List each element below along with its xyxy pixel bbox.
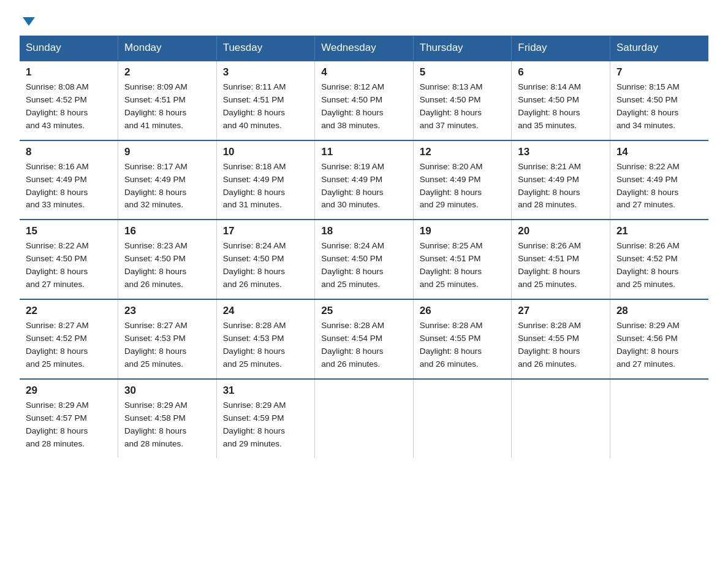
day-number: 25 (321, 305, 407, 317)
day-info: Sunrise: 8:22 AMSunset: 4:49 PMDaylight:… (616, 161, 702, 212)
day-info: Sunrise: 8:14 AMSunset: 4:50 PMDaylight:… (518, 81, 604, 132)
weekday-header-wednesday: Wednesday (315, 36, 414, 61)
calendar-week-row: 15Sunrise: 8:22 AMSunset: 4:50 PMDayligh… (20, 220, 708, 299)
calendar-header: SundayMondayTuesdayWednesdayThursdayFrid… (20, 36, 708, 61)
calendar-cell: 26Sunrise: 8:28 AMSunset: 4:55 PMDayligh… (413, 299, 512, 379)
day-info: Sunrise: 8:21 AMSunset: 4:49 PMDaylight:… (518, 161, 604, 212)
day-info: Sunrise: 8:13 AMSunset: 4:50 PMDaylight:… (420, 81, 506, 132)
day-info: Sunrise: 8:29 AMSunset: 4:56 PMDaylight:… (616, 320, 702, 371)
weekday-header-thursday: Thursday (413, 36, 512, 61)
calendar-cell: 9Sunrise: 8:17 AMSunset: 4:49 PMDaylight… (118, 140, 217, 220)
calendar-week-row: 1Sunrise: 8:08 AMSunset: 4:52 PMDaylight… (20, 61, 708, 140)
day-info: Sunrise: 8:16 AMSunset: 4:49 PMDaylight:… (26, 161, 112, 212)
day-info: Sunrise: 8:28 AMSunset: 4:55 PMDaylight:… (518, 320, 604, 371)
day-number: 28 (616, 305, 702, 317)
calendar-cell: 10Sunrise: 8:18 AMSunset: 4:49 PMDayligh… (216, 140, 315, 220)
logo-general (20, 15, 35, 26)
calendar-cell: 4Sunrise: 8:12 AMSunset: 4:50 PMDaylight… (315, 61, 414, 140)
day-number: 29 (26, 385, 112, 397)
calendar-cell: 6Sunrise: 8:14 AMSunset: 4:50 PMDaylight… (512, 61, 610, 140)
day-info: Sunrise: 8:17 AMSunset: 4:49 PMDaylight:… (124, 161, 210, 212)
calendar-cell: 7Sunrise: 8:15 AMSunset: 4:50 PMDaylight… (610, 61, 708, 140)
day-number: 2 (124, 66, 210, 79)
calendar-body: 1Sunrise: 8:08 AMSunset: 4:52 PMDaylight… (20, 61, 708, 458)
day-info: Sunrise: 8:29 AMSunset: 4:57 PMDaylight:… (26, 399, 112, 451)
day-number: 19 (420, 225, 506, 237)
calendar-week-row: 29Sunrise: 8:29 AMSunset: 4:57 PMDayligh… (20, 379, 708, 458)
calendar-cell (413, 379, 512, 458)
day-number: 15 (26, 225, 112, 237)
calendar-cell: 13Sunrise: 8:21 AMSunset: 4:49 PMDayligh… (512, 140, 610, 220)
calendar-cell: 12Sunrise: 8:20 AMSunset: 4:49 PMDayligh… (413, 140, 512, 220)
day-number: 13 (518, 146, 604, 158)
calendar-cell: 15Sunrise: 8:22 AMSunset: 4:50 PMDayligh… (20, 220, 118, 299)
calendar-cell: 5Sunrise: 8:13 AMSunset: 4:50 PMDaylight… (413, 61, 512, 140)
day-number: 26 (420, 305, 506, 317)
calendar-cell: 27Sunrise: 8:28 AMSunset: 4:55 PMDayligh… (512, 299, 610, 379)
calendar-cell: 21Sunrise: 8:26 AMSunset: 4:52 PMDayligh… (610, 220, 708, 299)
calendar-cell (512, 379, 610, 458)
day-number: 9 (124, 146, 210, 158)
day-info: Sunrise: 8:24 AMSunset: 4:50 PMDaylight:… (321, 240, 407, 291)
day-info: Sunrise: 8:23 AMSunset: 4:50 PMDaylight:… (124, 240, 210, 291)
day-number: 8 (26, 146, 112, 158)
day-number: 12 (420, 146, 506, 158)
calendar-cell: 28Sunrise: 8:29 AMSunset: 4:56 PMDayligh… (610, 299, 708, 379)
day-number: 17 (223, 225, 309, 237)
calendar-cell: 29Sunrise: 8:29 AMSunset: 4:57 PMDayligh… (20, 379, 118, 458)
calendar-cell: 1Sunrise: 8:08 AMSunset: 4:52 PMDaylight… (20, 61, 118, 140)
day-info: Sunrise: 8:18 AMSunset: 4:49 PMDaylight:… (223, 161, 309, 212)
calendar-cell: 19Sunrise: 8:25 AMSunset: 4:51 PMDayligh… (413, 220, 512, 299)
calendar-table: SundayMondayTuesdayWednesdayThursdayFrid… (20, 36, 708, 458)
calendar-cell: 2Sunrise: 8:09 AMSunset: 4:51 PMDaylight… (118, 61, 217, 140)
calendar-cell (610, 379, 708, 458)
calendar-cell: 3Sunrise: 8:11 AMSunset: 4:51 PMDaylight… (216, 61, 315, 140)
day-info: Sunrise: 8:25 AMSunset: 4:51 PMDaylight:… (420, 240, 506, 291)
day-number: 22 (26, 305, 112, 317)
day-number: 4 (321, 66, 407, 79)
day-info: Sunrise: 8:28 AMSunset: 4:55 PMDaylight:… (420, 320, 506, 371)
calendar-cell: 14Sunrise: 8:22 AMSunset: 4:49 PMDayligh… (610, 140, 708, 220)
day-info: Sunrise: 8:22 AMSunset: 4:50 PMDaylight:… (26, 240, 112, 291)
day-info: Sunrise: 8:08 AMSunset: 4:52 PMDaylight:… (26, 81, 112, 132)
day-info: Sunrise: 8:11 AMSunset: 4:51 PMDaylight:… (223, 81, 309, 132)
calendar-week-row: 22Sunrise: 8:27 AMSunset: 4:52 PMDayligh… (20, 299, 708, 379)
logo-arrow-icon (23, 17, 35, 26)
calendar-cell: 16Sunrise: 8:23 AMSunset: 4:50 PMDayligh… (118, 220, 217, 299)
day-number: 21 (616, 225, 702, 237)
day-info: Sunrise: 8:29 AMSunset: 4:58 PMDaylight:… (124, 399, 210, 451)
day-number: 14 (616, 146, 702, 158)
day-number: 1 (26, 66, 112, 79)
day-number: 16 (124, 225, 210, 237)
day-info: Sunrise: 8:27 AMSunset: 4:52 PMDaylight:… (26, 320, 112, 371)
page-header (20, 15, 708, 23)
day-info: Sunrise: 8:27 AMSunset: 4:53 PMDaylight:… (124, 320, 210, 371)
calendar-cell: 20Sunrise: 8:26 AMSunset: 4:51 PMDayligh… (512, 220, 610, 299)
day-number: 3 (223, 66, 309, 79)
logo (20, 15, 35, 23)
day-number: 23 (124, 305, 210, 317)
day-info: Sunrise: 8:24 AMSunset: 4:50 PMDaylight:… (223, 240, 309, 291)
day-number: 30 (124, 385, 210, 397)
weekday-header-friday: Friday (512, 36, 610, 61)
weekday-header-tuesday: Tuesday (216, 36, 315, 61)
day-number: 10 (223, 146, 309, 158)
calendar-cell: 22Sunrise: 8:27 AMSunset: 4:52 PMDayligh… (20, 299, 118, 379)
calendar-cell: 17Sunrise: 8:24 AMSunset: 4:50 PMDayligh… (216, 220, 315, 299)
calendar-cell (315, 379, 414, 458)
calendar-cell: 25Sunrise: 8:28 AMSunset: 4:54 PMDayligh… (315, 299, 414, 379)
calendar-cell: 24Sunrise: 8:28 AMSunset: 4:53 PMDayligh… (216, 299, 315, 379)
day-info: Sunrise: 8:15 AMSunset: 4:50 PMDaylight:… (616, 81, 702, 132)
weekday-header-monday: Monday (118, 36, 217, 61)
calendar-week-row: 8Sunrise: 8:16 AMSunset: 4:49 PMDaylight… (20, 140, 708, 220)
calendar-cell: 31Sunrise: 8:29 AMSunset: 4:59 PMDayligh… (216, 379, 315, 458)
calendar-cell: 8Sunrise: 8:16 AMSunset: 4:49 PMDaylight… (20, 140, 118, 220)
calendar-cell: 11Sunrise: 8:19 AMSunset: 4:49 PMDayligh… (315, 140, 414, 220)
weekday-header-saturday: Saturday (610, 36, 708, 61)
day-number: 11 (321, 146, 407, 158)
day-info: Sunrise: 8:29 AMSunset: 4:59 PMDaylight:… (223, 399, 309, 451)
weekday-header-row: SundayMondayTuesdayWednesdayThursdayFrid… (20, 36, 708, 61)
day-info: Sunrise: 8:28 AMSunset: 4:53 PMDaylight:… (223, 320, 309, 371)
day-info: Sunrise: 8:12 AMSunset: 4:50 PMDaylight:… (321, 81, 407, 132)
calendar-cell: 23Sunrise: 8:27 AMSunset: 4:53 PMDayligh… (118, 299, 217, 379)
